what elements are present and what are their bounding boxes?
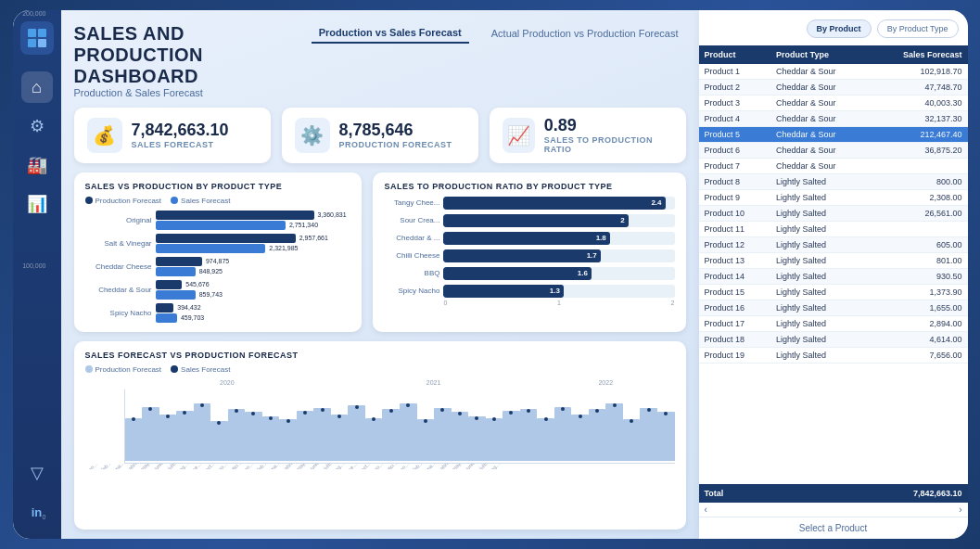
cell-type: Cheddar & Sour (770, 143, 870, 159)
x-axis-label: febrero (256, 464, 269, 469)
time-bar-group (297, 389, 314, 461)
x-axis-label: febrero (100, 464, 113, 469)
bar-sales-val: 2,321,985 (269, 245, 298, 251)
time-dot (200, 403, 204, 407)
cell-value: 2,894.00 (870, 316, 968, 332)
hbar-row: Cheddar & ... 1.8 (384, 232, 674, 245)
table-row[interactable]: Product 18 Lightly Salted 4,614.00 (699, 332, 968, 348)
hbar-fill: 1.8 (443, 232, 609, 245)
col-type: Product Type (770, 45, 870, 64)
legend-prod-dot (85, 197, 93, 204)
table-row[interactable]: Product 16 Lightly Salted 1,655.00 (699, 300, 968, 316)
hbar-val: 1.7 (587, 251, 597, 260)
time-dot (235, 409, 238, 413)
cell-product: Product 8 (699, 174, 771, 190)
time-bar-group (452, 389, 469, 461)
table-row[interactable]: Product 1 Cheddar & Sour 102,918.70 (699, 64, 968, 80)
cell-product: Product 18 (699, 332, 771, 348)
table-row[interactable]: Product 5 Cheddar & Sour 212,467.40 (699, 127, 968, 143)
bar-group: 3,360,831 2,751,340 (156, 211, 347, 230)
page-subtitle: Production & Sales Forecast (74, 87, 293, 98)
table-scroll-controls: ‹ › (699, 503, 968, 517)
cell-product: Product 12 (699, 237, 771, 253)
cell-value: 212,467.40 (870, 127, 968, 143)
tab-actual-vs-forecast[interactable]: Actual Production vs Production Forecast (484, 24, 686, 43)
time-dot (527, 409, 530, 413)
cell-product: Product 14 (699, 269, 771, 285)
table-row[interactable]: Product 14 Lightly Salted 930.50 (699, 269, 968, 285)
table-row[interactable]: Product 17 Lightly Salted 2,894.00 (699, 316, 968, 332)
cell-type: Lightly Salted (770, 285, 870, 300)
table-row[interactable]: Product 10 Lightly Salted 26,561.00 (699, 206, 968, 222)
x-axis-label: marzo (113, 464, 126, 469)
table-row[interactable]: Product 19 Lightly Salted 7,656.00 (699, 348, 968, 364)
cell-type: Lightly Salted (770, 348, 870, 364)
cell-type: Lightly Salted (770, 206, 870, 222)
time-dot (664, 412, 668, 415)
kpi-production-icon: ⚙️ (295, 118, 330, 153)
tab-bar: Production vs Sales Forecast Actual Prod… (312, 23, 686, 44)
time-dot (132, 417, 135, 421)
x-axis-label: mayo (451, 464, 464, 469)
time-bar (142, 407, 159, 461)
table-row[interactable]: Product 7 Cheddar & Sour (699, 159, 968, 174)
x-axis-label: junio (152, 464, 165, 469)
table-row[interactable]: Product 11 Lightly Salted (699, 222, 968, 237)
hbar-fill: 1.6 (443, 267, 591, 280)
time-bar (400, 403, 417, 461)
table-row[interactable]: Product 4 Cheddar & Sour 32,137.30 (699, 111, 968, 127)
table-row[interactable]: Product 15 Lightly Salted 1,373.90 (699, 285, 968, 300)
x-axis-label: enero (399, 464, 412, 469)
hbar-row: Sour Crea... 2 (384, 214, 674, 227)
by-product-btn[interactable]: By Product (807, 19, 872, 38)
tab-production-vs-sales[interactable]: Production vs Sales Forecast (312, 23, 469, 44)
cell-type: Lightly Salted (770, 222, 870, 237)
cell-type: Lightly Salted (770, 174, 870, 190)
cell-product: Product 9 (699, 190, 771, 206)
table-row[interactable]: Product 2 Cheddar & Sour 47,748.70 (699, 80, 968, 96)
table-row[interactable]: Product 6 Cheddar & Sour 36,875.20 (699, 143, 968, 159)
scroll-right-icon[interactable]: › (959, 504, 961, 515)
table-row[interactable]: Product 12 Lightly Salted 605.00 (699, 237, 968, 253)
cell-product: Product 3 (699, 96, 771, 111)
time-bar-group (194, 389, 211, 461)
time-bar-group (400, 389, 417, 461)
col-sales: Sales Forecast (870, 45, 968, 64)
by-product-type-btn[interactable]: By Product Type (877, 19, 959, 38)
hbar-track: 1.7 (443, 249, 674, 262)
table-row[interactable]: Product 9 Lightly Salted 2,308.00 (699, 190, 968, 206)
time-bar-group (365, 389, 383, 461)
bar-sales (156, 267, 196, 276)
table-row[interactable]: Product 8 Lightly Salted 800.00 (699, 174, 968, 190)
forecast-chart-title: SALES FORECAST VS PRODUCTION FORECAST (85, 351, 675, 360)
year-labels: 2020 2021 2022 (124, 379, 675, 386)
cell-product: Product 11 (699, 222, 771, 237)
time-dot (458, 412, 462, 415)
time-bar-group (589, 389, 606, 461)
time-bar-group (382, 389, 400, 461)
cell-value: 102,918.70 (870, 64, 968, 80)
time-dot (492, 417, 496, 421)
bar-prod-val: 3,360,831 (318, 211, 347, 218)
hbar-track: 1.8 (443, 232, 674, 245)
table-row[interactable]: Product 13 Lightly Salted 801.00 (699, 253, 968, 269)
time-bar (520, 409, 538, 460)
cell-product: Product 13 (699, 253, 771, 269)
select-product-btn[interactable]: Select a Product (699, 517, 968, 539)
time-bar (245, 412, 262, 460)
sales-vs-production-legend: Production Forecast Sales Forecast (85, 197, 351, 205)
time-bar (382, 409, 400, 460)
x-axis-label: abril (126, 464, 139, 469)
legend-prod-label: Production Forecast (95, 197, 162, 205)
cell-type: Lightly Salted (770, 269, 870, 285)
scroll-left-icon[interactable]: ‹ (705, 504, 707, 515)
time-bar-group (125, 389, 143, 461)
x-axis-label: junio (464, 464, 477, 469)
table-row[interactable]: Product 3 Cheddar & Sour 40,003.30 (699, 96, 968, 111)
time-dot (269, 416, 273, 420)
kpi-sales-value: 7,842,663.10 (132, 121, 229, 140)
time-dot (509, 411, 513, 415)
x-axis-label: agosto (178, 464, 191, 469)
bar-label: Spicy Nacho (85, 309, 152, 317)
x-axis-label: dicie... (230, 464, 243, 469)
